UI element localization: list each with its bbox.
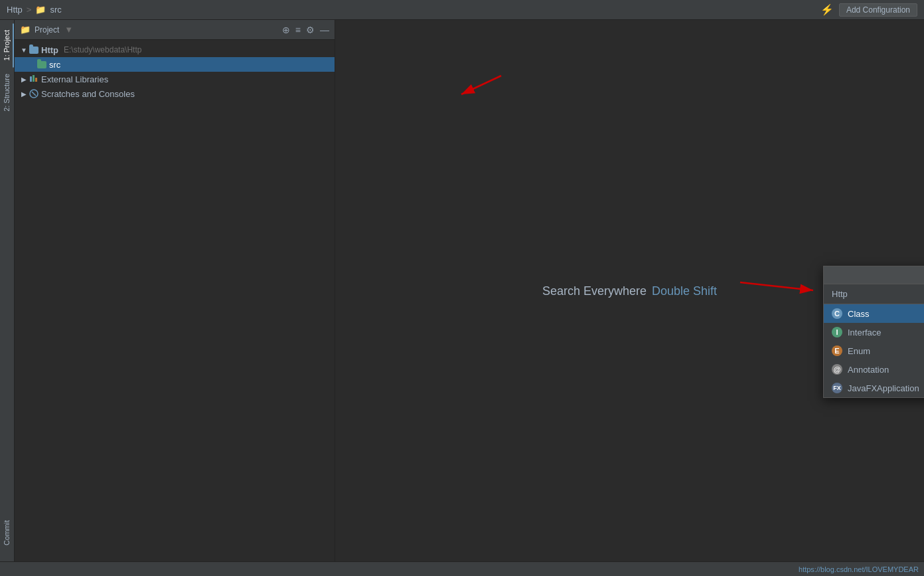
popup-item-javafx-label: JavaFXApplication (848, 383, 919, 393)
ext-libs-icon (29, 74, 38, 84)
svg-rect-1 (33, 75, 35, 82)
sidebar-tab-structure[interactable]: 2: Structure (1, 67, 14, 118)
breadcrumb-src[interactable]: src (50, 5, 61, 15)
class-icon-i: I (832, 327, 842, 337)
sidebar-tab-project[interactable]: 1: Project (1, 23, 14, 67)
main-content: Search Everywhere Double Shift New Java … (335, 20, 924, 576)
tree-arrow-ext-libs: ▶ (20, 75, 28, 83)
popup-item-class[interactable]: C Class (824, 304, 924, 323)
popup-item-enum-label: Enum (848, 346, 870, 356)
svg-line-4 (32, 92, 36, 96)
title-bar: Http > 📁 src ⚡ Add Configuration (0, 0, 924, 20)
far-left-sidebar: 1: Project 2: Structure Commit ◎ (0, 20, 15, 576)
run-icon: ⚡ (820, 3, 834, 16)
scratches-icon (29, 89, 38, 98)
project-header: 📁 Project ▼ ⊕ ≡ ⚙ — (15, 20, 335, 40)
status-bar: https://blog.csdn.net/ILOVEMYDEAR (0, 561, 924, 576)
project-dropdown-icon[interactable]: ▼ (64, 25, 73, 35)
folder-icon-src (37, 61, 46, 68)
add-configuration-button[interactable]: Add Configuration (839, 3, 917, 17)
tree-path-http: E:\study\webdata\Http (64, 45, 141, 54)
new-class-input[interactable] (824, 284, 924, 304)
locate-icon[interactable]: ⊕ (282, 25, 290, 35)
breadcrumb: Http > 📁 src (7, 5, 62, 15)
tree-label-http: Http (41, 45, 58, 55)
tree-item-src[interactable]: ▶ src (15, 57, 335, 72)
popup-item-interface[interactable]: I Interface (824, 323, 924, 341)
collapse-all-icon[interactable]: ≡ (295, 25, 301, 35)
project-panel: 📁 Project ▼ ⊕ ≡ ⚙ — ▼ Http E:\study\webd… (15, 20, 335, 576)
status-bar-url: https://blog.csdn.net/ILOVEMYDEAR (799, 565, 919, 573)
project-title: Project (35, 25, 59, 35)
settings-icon[interactable]: ⚙ (306, 25, 315, 35)
tree-label-ext-libs: External Libraries (41, 74, 108, 84)
breadcrumb-folder-icon: 📁 (35, 5, 46, 15)
popup-item-annotation[interactable]: @ Annotation (824, 360, 924, 379)
tree-item-ext-libs[interactable]: ▶ External Libraries (15, 72, 335, 86)
popup-header: New Java Class (824, 266, 924, 284)
popup-item-annotation-label: Annotation (848, 365, 889, 375)
popup-input-row (824, 284, 924, 304)
sidebar-tab-commit[interactable]: Commit (1, 514, 14, 552)
project-tree: ▼ Http E:\study\webdata\Http ▶ src ▶ Ext… (15, 40, 335, 576)
minimize-icon[interactable]: — (320, 25, 329, 35)
svg-line-6 (461, 76, 501, 94)
popup-item-enum[interactable]: E Enum (824, 341, 924, 360)
popup-item-javafx[interactable]: FX JavaFXApplication (824, 379, 924, 397)
tree-label-src: src (49, 60, 60, 70)
search-hint: Search Everywhere Double Shift (542, 284, 717, 298)
folder-icon-http (29, 47, 38, 54)
breadcrumb-sep-1: > (27, 5, 32, 15)
popup-item-class-label: Class (848, 309, 870, 319)
svg-rect-0 (30, 76, 32, 82)
class-icon-c: C (832, 308, 842, 319)
arrow-to-src (355, 62, 508, 102)
breadcrumb-http[interactable]: Http (7, 5, 23, 15)
class-icon-e: E (832, 345, 842, 356)
tree-item-http-root[interactable]: ▼ Http E:\study\webdata\Http (15, 43, 335, 57)
svg-rect-2 (35, 78, 37, 82)
search-everywhere-label: Search Everywhere (542, 284, 647, 298)
popup-item-interface-label: Interface (848, 328, 882, 337)
tree-label-scratches: Scratches and Consoles (41, 89, 135, 99)
project-header-icons: ⊕ ≡ ⚙ — (282, 25, 329, 35)
tree-item-scratches[interactable]: ▶ Scratches and Consoles (15, 86, 335, 101)
main-layout: 1: Project 2: Structure Commit ◎ 📁 Proje… (0, 20, 924, 576)
svg-line-8 (740, 282, 813, 290)
new-java-class-popup: New Java Class C Class I Interface E Enu… (823, 266, 924, 398)
class-icon-fx: FX (832, 383, 842, 393)
tree-arrow-scratches: ▶ (20, 90, 28, 98)
class-icon-a: @ (832, 364, 842, 375)
arrow-to-popup (727, 269, 833, 309)
title-bar-right: ⚡ Add Configuration (820, 3, 917, 17)
double-shift-label: Double Shift (652, 284, 717, 298)
project-folder-icon: 📁 (20, 25, 31, 35)
tree-arrow-http: ▼ (20, 46, 28, 54)
